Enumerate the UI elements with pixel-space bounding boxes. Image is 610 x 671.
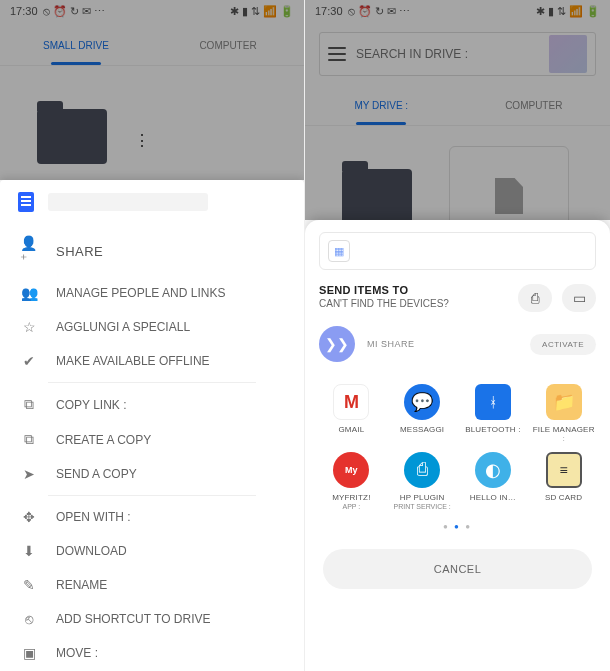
tab-computer[interactable]: COMPUTER	[152, 26, 304, 65]
divider	[48, 495, 256, 496]
status-icons-left: ⦸ ⏰ ↻ ✉ ⋯	[348, 5, 410, 18]
pencil-icon: ✎	[20, 577, 38, 593]
folder-move-icon: ▣	[20, 645, 38, 661]
document-icon	[495, 178, 523, 214]
menu-list: 👤⁺SHARE 👥MANAGE PEOPLE AND LINKS ☆AGGLUN…	[0, 222, 304, 671]
share-target-sdcard[interactable]: ≡SD CARD	[531, 452, 596, 510]
share-target-filemanager[interactable]: 📁FILE MANAGER:	[531, 384, 596, 442]
menu-label: OPEN WITH :	[56, 510, 131, 524]
menu-label: MANAGE PEOPLE AND LINKS	[56, 286, 225, 300]
filemanager-icon: 📁	[546, 384, 582, 420]
file-card-blank[interactable]	[144, 86, 264, 186]
app-label: GMAIL	[319, 426, 384, 435]
hello-icon: ◐	[475, 452, 511, 488]
app-label: BLUETOOTH :	[461, 426, 526, 435]
selected-file-chip: ▦	[319, 232, 596, 270]
mishare-label: MI SHARE	[367, 339, 415, 349]
menu-label: DOWNLOAD	[56, 544, 127, 558]
menu-label: SHARE	[56, 244, 103, 259]
file-action-sheet: 👤⁺SHARE 👥MANAGE PEOPLE AND LINKS ☆AGGLUN…	[0, 180, 304, 671]
person-add-icon: 👤⁺	[20, 235, 38, 267]
sheet-header	[0, 180, 304, 222]
tab-label: MY DRIVE :	[354, 100, 408, 111]
gmail-icon: M	[333, 384, 369, 420]
page-dots: ● ● ●	[319, 522, 596, 531]
file-type-icon: ▦	[328, 240, 350, 262]
folder-icon	[37, 109, 107, 164]
folder-card[interactable]: ⋮	[12, 86, 132, 186]
send-subtitle: CAN'T FIND THE DEVICES?	[319, 298, 449, 309]
tab-small-drive[interactable]: SMALL DRIVE	[0, 26, 152, 65]
menu-download[interactable]: ⬇DOWNLOAD	[0, 534, 304, 568]
app-label: HELLO IN…	[461, 494, 526, 503]
activate-button[interactable]: ACTIVATE	[530, 334, 596, 355]
link-icon: ⧉	[20, 396, 38, 413]
cancel-button[interactable]: CANCEL	[323, 549, 592, 589]
menu-manage[interactable]: 👥MANAGE PEOPLE AND LINKS	[0, 276, 304, 310]
profile-avatar[interactable]	[549, 35, 587, 73]
status-time: 17:30	[10, 5, 38, 17]
app-sublabel: APP :	[319, 503, 384, 510]
print-button[interactable]: ⎙	[518, 284, 552, 312]
share-app-grid: MGMAIL 💬MESSAGGI ᚼBLUETOOTH : 📁FILE MANA…	[319, 384, 596, 510]
menu-special[interactable]: ☆AGGLUNGI A SPECIALL	[0, 310, 304, 344]
status-icons-right: ✱ ▮ ⇅ 📶 🔋	[230, 5, 294, 18]
folder-icon	[342, 169, 412, 224]
tab-label: COMPUTER	[505, 100, 562, 111]
drive-tabs: MY DRIVE : COMPUTER	[305, 86, 610, 126]
share-target-hpplugin[interactable]: ⎙HP PLUGINPRINT SERVICE :	[390, 452, 455, 510]
search-bar[interactable]: SEARCH IN DRIVE :	[319, 32, 596, 76]
share-target-bluetooth[interactable]: ᚼBLUETOOTH :	[461, 384, 526, 442]
right-phone: 17:30 ⦸ ⏰ ↻ ✉ ⋯ ✱ ▮ ⇅ 📶 🔋 SEARCH IN DRIV…	[305, 0, 610, 671]
status-icons-left: ⦸ ⏰ ↻ ✉ ⋯	[43, 5, 105, 18]
bluetooth-icon: ᚼ	[475, 384, 511, 420]
screen-icon: ▭	[573, 290, 586, 306]
mishare-row: ❯❯ MI SHARE ACTIVATE	[319, 326, 596, 362]
hamburger-icon[interactable]	[328, 47, 346, 61]
menu-copylink[interactable]: ⧉COPY LINK :	[0, 387, 304, 422]
menu-label: MOVE :	[56, 646, 98, 660]
menu-label: CREATE A COPY	[56, 433, 151, 447]
menu-sendcopy[interactable]: ➤SEND A COPY	[0, 457, 304, 491]
star-icon: ☆	[20, 319, 38, 335]
share-target-myfritz[interactable]: MyMYFRITZ!APP :	[319, 452, 384, 510]
app-label: MESSAGGI	[390, 426, 455, 435]
drive-tabs: SMALL DRIVE COMPUTER	[0, 26, 304, 66]
share-target-gmail[interactable]: MGMAIL	[319, 384, 384, 442]
app-label: SD CARD	[531, 494, 596, 503]
offline-icon: ✔	[20, 353, 38, 369]
menu-offline[interactable]: ✔MAKE AVAILABLE OFFLINE	[0, 344, 304, 378]
document-icon	[18, 192, 34, 212]
download-icon: ⬇	[20, 543, 38, 559]
menu-shortcut[interactable]: ⎋ADD SHORTCUT TO DRIVE	[0, 602, 304, 636]
share-sheet: ▦ SEND ITEMS TO CAN'T FIND THE DEVICES? …	[305, 220, 610, 671]
menu-createcopy[interactable]: ⧉CREATE A COPY	[0, 422, 304, 457]
left-phone: 17:30 ⦸ ⏰ ↻ ✉ ⋯ ✱ ▮ ⇅ 📶 🔋 SMALL DRIVE CO…	[0, 0, 305, 671]
tab-computer[interactable]: COMPUTER	[458, 86, 611, 125]
menu-label: MAKE AVAILABLE OFFLINE	[56, 354, 210, 368]
tab-label: COMPUTER	[199, 40, 256, 51]
menu-openwith[interactable]: ✥OPEN WITH :	[0, 500, 304, 534]
menu-share[interactable]: 👤⁺SHARE	[0, 226, 304, 276]
menu-move[interactable]: ▣MOVE :	[0, 636, 304, 670]
tab-mydrive[interactable]: MY DRIVE :	[305, 86, 458, 125]
copy-icon: ⧉	[20, 431, 38, 448]
app-label: FILE MANAGER	[531, 426, 596, 435]
search-placeholder: SEARCH IN DRIVE :	[356, 47, 539, 61]
divider	[48, 382, 256, 383]
status-icons-right: ✱ ▮ ⇅ 📶 🔋	[536, 5, 600, 18]
menu-rename[interactable]: ✎RENAME	[0, 568, 304, 602]
share-target-messages[interactable]: 💬MESSAGGI	[390, 384, 455, 442]
myfritz-icon: My	[333, 452, 369, 488]
app-label: HP PLUGIN	[390, 494, 455, 503]
menu-label: ADD SHORTCUT TO DRIVE	[56, 612, 210, 626]
app-sublabel: PRINT SERVICE :	[390, 503, 455, 510]
menu-label: COPY LINK :	[56, 398, 126, 412]
cast-button[interactable]: ▭	[562, 284, 596, 312]
share-target-helloin[interactable]: ◐HELLO IN…	[461, 452, 526, 510]
app-sublabel: :	[531, 435, 596, 442]
tab-label: SMALL DRIVE	[43, 40, 109, 51]
menu-label: SEND A COPY	[56, 467, 137, 481]
mishare-icon: ❯❯	[319, 326, 355, 362]
shortcut-icon: ⎋	[20, 611, 38, 627]
